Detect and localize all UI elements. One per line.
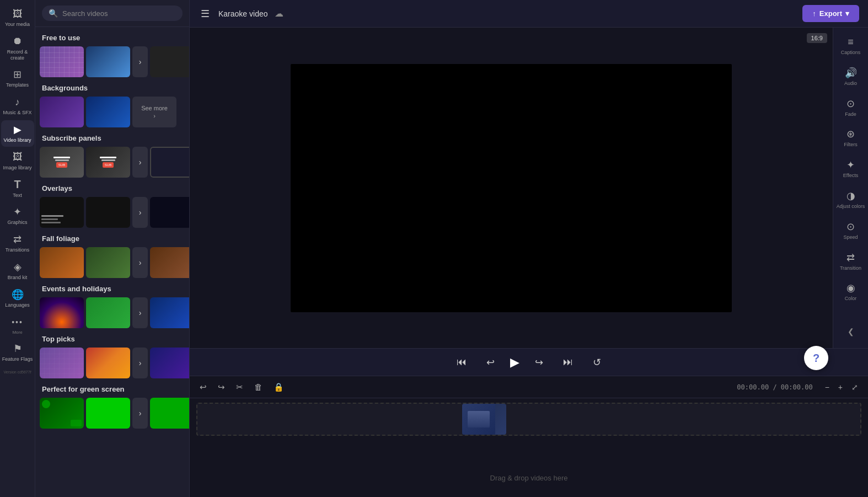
search-input[interactable] [62, 9, 176, 18]
thumb-sub-1[interactable]: SUB [40, 147, 84, 178]
section-grid-subscribe: SUB SUB › [40, 147, 185, 178]
fullscreen-timeline-button[interactable]: ⤢ [848, 382, 861, 393]
thumb-free-1[interactable] [40, 46, 84, 77]
help-button[interactable]: ? [804, 346, 828, 370]
filters-icon: ⊛ [846, 128, 855, 140]
sidebar-item-more[interactable]: ••• More [1, 313, 34, 339]
thumb-overlay-1[interactable] [40, 197, 84, 228]
audio-button[interactable]: 🔊 Audio [834, 62, 867, 91]
see-more-button[interactable]: See more › [132, 97, 176, 127]
filters-button[interactable]: ⊛ Filters [834, 124, 867, 152]
thumb-fall-3[interactable] [150, 247, 189, 278]
thumb-green-1[interactable] [40, 398, 84, 429]
sidebar-label-languages: Languages [5, 302, 30, 308]
video-clip[interactable] [462, 404, 506, 435]
thumb-events-3[interactable] [150, 297, 189, 328]
sidebar-item-image-library[interactable]: 🖼 Image library [1, 148, 34, 174]
see-more-label: See more [141, 105, 168, 111]
section-title-fall-foliage: Fall foliage [40, 234, 185, 243]
speed-button[interactable]: ⊙ Speed [834, 216, 867, 245]
captions-button[interactable]: ≡ Captions [834, 32, 867, 60]
zoom-in-button[interactable]: + [835, 382, 846, 393]
effects-button[interactable]: ✦ Effects [834, 154, 867, 183]
sidebar-label-music-sfx: Music & SFX [3, 110, 31, 116]
thumb-free-2[interactable] [86, 46, 130, 77]
captions-icon: ≡ [848, 36, 854, 48]
languages-icon: 🌐 [12, 288, 24, 301]
thumb-overlay-2[interactable] [86, 197, 130, 228]
thumb-top-3[interactable] [150, 348, 189, 378]
total-time: 00:00.00 [781, 383, 813, 391]
sidebar-item-video-library[interactable]: ▶ Video library [1, 120, 34, 147]
sidebar-item-record-create[interactable]: ⏺ Record & create [1, 32, 34, 65]
cut-button[interactable]: ✂ [233, 380, 247, 394]
sidebar-item-graphics[interactable]: ✦ Graphics [1, 202, 34, 229]
adjust-colors-button[interactable]: ◑ Adjust colors [834, 185, 867, 214]
thumb-top-1[interactable] [40, 348, 84, 378]
main-area: ☰ Karaoke video ☁ ↑ Export ▾ 16:9 🖐 1 [190, 0, 868, 497]
feature-flags-icon: ⚑ [12, 343, 24, 355]
thumb-fall-2[interactable] [86, 247, 130, 278]
thumb-events-1[interactable] [40, 297, 84, 328]
color-button[interactable]: ◉ Color [834, 277, 867, 306]
sidebar-item-text[interactable]: T Text [1, 175, 34, 202]
zoom-out-button[interactable]: − [822, 382, 833, 393]
thumb-sub-2[interactable]: SUB [86, 147, 130, 178]
sidebar-item-templates[interactable]: ⊞ Templates [1, 65, 34, 92]
fade-button[interactable]: ⊙ Fade [834, 93, 867, 122]
top-picks-arrow[interactable]: › [132, 348, 148, 378]
rewind-button[interactable]: ↩ [482, 354, 499, 371]
play-button[interactable]: ▶ [510, 355, 519, 370]
undo-button[interactable]: ↩ [196, 380, 210, 394]
fall-foliage-arrow[interactable]: › [132, 247, 148, 278]
sidebar-item-transitions[interactable]: ⇄ Transitions [1, 230, 34, 256]
menu-button[interactable]: ☰ [199, 6, 212, 22]
skip-forward-button[interactable]: ⏭ [559, 354, 577, 370]
events-arrow[interactable]: › [132, 297, 148, 328]
thumb-sub-3[interactable] [150, 147, 189, 178]
export-dropdown-icon: ▾ [845, 9, 849, 18]
thumb-bg-2[interactable] [86, 97, 130, 127]
search-box[interactable]: 🔍 [42, 6, 183, 21]
sidebar-label-templates: Templates [6, 82, 29, 88]
redo-button[interactable]: ↪ [215, 380, 228, 394]
green-screen-arrow[interactable]: › [132, 398, 148, 429]
time-separator: / [773, 383, 780, 391]
section-overlays: Overlays › [40, 184, 185, 228]
forward-button[interactable]: ↪ [531, 354, 548, 371]
see-more-arrow: › [153, 113, 156, 119]
export-label: Export [819, 9, 842, 18]
sidebar-item-feature-flags[interactable]: ⚑ Feature Flags [1, 339, 34, 366]
thumb-top-2[interactable] [86, 348, 130, 378]
canvas-frame [291, 64, 732, 312]
aspect-ratio-badge[interactable]: 16:9 [807, 33, 827, 43]
thumb-green-3[interactable] [150, 398, 189, 429]
skip-back-button[interactable]: ⏮ [452, 354, 471, 370]
sidebar-item-your-media[interactable]: 🖼 Your media [1, 4, 34, 31]
transition-button[interactable]: ⇄ Transition [834, 247, 867, 276]
image-library-icon: 🖼 [12, 151, 24, 163]
delete-button[interactable]: 🗑 [251, 380, 266, 394]
export-button[interactable]: ↑ Export ▾ [802, 5, 859, 22]
sidebar-label-more: More [12, 330, 22, 335]
thumb-free-3[interactable] [150, 46, 189, 77]
thumb-green-2[interactable] [86, 398, 130, 429]
subscribe-arrow[interactable]: › [132, 147, 148, 178]
thumb-events-2[interactable] [86, 297, 130, 328]
text-icon: T [12, 179, 24, 191]
sidebar-item-music-sfx[interactable]: ♪ Music & SFX [1, 93, 34, 119]
audio-label: Audio [844, 81, 857, 87]
collapse-panel-button[interactable]: ❮ [844, 324, 858, 339]
thumb-bg-1[interactable] [40, 97, 84, 127]
thumb-fall-1[interactable] [40, 247, 84, 278]
overlays-arrow[interactable]: › [132, 197, 148, 228]
sidebar: 🖼 Your media ⏺ Record & create ⊞ Templat… [0, 0, 35, 497]
lock-button[interactable]: 🔒 [270, 380, 287, 394]
sidebar-item-brand-kit[interactable]: ◈ Brand kit [1, 258, 34, 284]
loop-button[interactable]: ↺ [588, 354, 606, 371]
free-to-use-arrow[interactable]: › [132, 46, 148, 77]
thumb-overlay-3[interactable] [150, 197, 189, 228]
search-icon: 🔍 [49, 9, 58, 18]
sidebar-label-brand-kit: Brand kit [8, 275, 28, 281]
sidebar-item-languages[interactable]: 🌐 Languages [1, 285, 34, 312]
